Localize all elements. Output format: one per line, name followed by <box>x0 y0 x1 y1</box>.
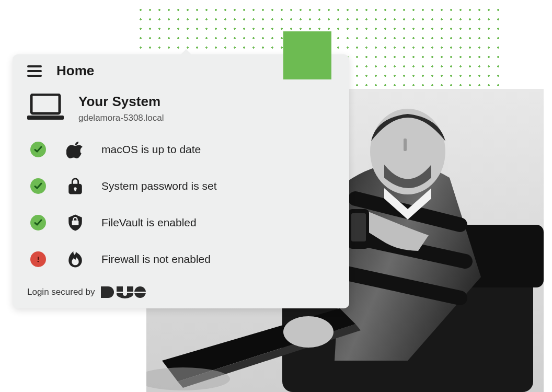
card-footer: Login secured by <box>27 285 335 299</box>
svg-rect-11 <box>72 221 79 225</box>
accent-square <box>283 31 331 79</box>
secured-by-label: Login secured by <box>27 287 95 297</box>
duo-logo <box>101 285 146 299</box>
checkmark-icon <box>30 215 46 230</box>
svg-point-13 <box>38 261 39 262</box>
check-label: macOS is up to date <box>101 143 201 156</box>
exclamation-icon <box>30 251 46 267</box>
svg-rect-4 <box>404 139 407 151</box>
check-row-os[interactable]: macOS is up to date <box>27 139 335 160</box>
check-row-firewall[interactable]: Firewall is not enabled <box>27 249 335 270</box>
lock-icon <box>65 176 86 197</box>
health-checks-list: macOS is up to date System password is s… <box>27 139 335 270</box>
svg-point-7 <box>283 316 334 348</box>
shield-icon <box>65 212 86 233</box>
checkmark-icon <box>30 142 46 157</box>
check-row-password[interactable]: System password is set <box>27 176 335 197</box>
check-label: System password is set <box>101 180 217 192</box>
system-hostname: gdelamora-5308.local <box>78 113 164 123</box>
svg-rect-10 <box>27 116 64 120</box>
svg-rect-12 <box>38 257 39 260</box>
system-summary: Your System gdelamora-5308.local <box>27 94 335 123</box>
page-title: Home <box>56 63 94 79</box>
svg-rect-9 <box>31 95 60 113</box>
laptop-icon <box>27 94 64 121</box>
check-label: Firewall is not enabled <box>101 253 211 266</box>
check-row-filevault[interactable]: FileVault is enabled <box>27 212 335 233</box>
menu-icon[interactable] <box>27 65 42 77</box>
checkmark-icon <box>30 178 46 194</box>
apple-icon <box>65 139 86 160</box>
system-heading: Your System <box>78 94 164 110</box>
flame-icon <box>65 249 86 270</box>
device-health-card: Home Your System gdelamora-5308.local ma… <box>13 54 349 308</box>
svg-rect-15 <box>116 292 146 293</box>
svg-rect-6 <box>351 213 366 241</box>
check-label: FileVault is enabled <box>101 216 197 229</box>
